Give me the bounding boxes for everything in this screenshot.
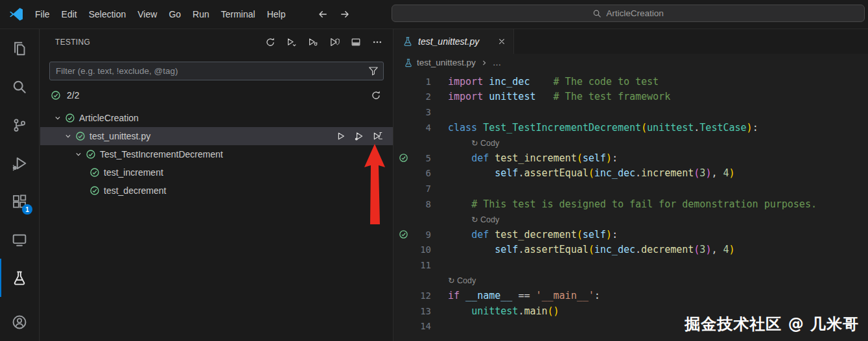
activity-account[interactable] — [0, 303, 39, 341]
test-status-pass — [89, 167, 100, 178]
tab-bar: test_unittest.py — [393, 29, 868, 54]
search-text: ArticleCreation — [606, 8, 664, 18]
activity-explorer[interactable] — [0, 29, 39, 67]
rerun-last-run-button[interactable] — [369, 89, 382, 102]
breadcrumb-separator-wrap — [480, 58, 489, 67]
tab-test-unittest[interactable]: test_unittest.py — [393, 29, 514, 54]
tree-expand-toggle[interactable] — [74, 149, 84, 159]
refresh-tests-button[interactable] — [264, 36, 277, 49]
test-tree-item[interactable]: ArticleCreation — [40, 109, 393, 127]
tab-close-button[interactable] — [495, 35, 508, 48]
code-line-text: import unittest # The test framework — [431, 91, 670, 102]
run-tests-with-coverage-button[interactable] — [328, 36, 341, 49]
menu-item-file[interactable]: File — [29, 6, 56, 23]
activity-testing[interactable] — [0, 259, 39, 297]
pass-icon — [89, 167, 100, 178]
line-number: 6 — [413, 168, 431, 178]
run-test-button[interactable] — [334, 130, 347, 143]
menu-item-terminal[interactable]: Terminal — [215, 6, 261, 23]
code-row[interactable]: 11 — [393, 257, 868, 273]
debug-alt-icon — [354, 131, 364, 141]
line-number: 2 — [413, 91, 431, 102]
command-center-search[interactable]: ArticleCreation — [392, 5, 865, 22]
menu-item-selection[interactable]: Selection — [83, 6, 132, 23]
activity-remote-explorer[interactable] — [0, 220, 39, 259]
code-row[interactable]: 9 def test_decrement(self): — [393, 227, 868, 242]
sidebar-title: TESTING — [55, 38, 264, 47]
menu-item-help[interactable]: Help — [261, 6, 292, 23]
menu-item-run[interactable]: Run — [187, 6, 215, 23]
menu-item-edit[interactable]: Edit — [56, 6, 83, 23]
activity-source-control[interactable] — [0, 106, 39, 144]
breadcrumb: test_unittest.py … — [393, 54, 868, 71]
show-output-button[interactable] — [349, 36, 362, 49]
codelens-row[interactable]: ↻ Cody — [393, 211, 868, 227]
rerun-icon — [371, 90, 381, 100]
run-with-coverage-button[interactable] — [371, 130, 384, 143]
extensions-badge: 1 — [22, 204, 32, 215]
annotation-arrow-icon — [360, 143, 389, 226]
filter-icon-button[interactable] — [368, 65, 379, 76]
sidebar-toolbar — [264, 36, 384, 49]
code-row[interactable]: 2import unittest # The test framework — [393, 89, 868, 105]
editor-area: test_unittest.py test_unittest.py … 1imp… — [393, 29, 868, 341]
chevron-right-icon — [480, 58, 489, 67]
code-row[interactable]: 1import inc_dec # The code to test — [393, 74, 868, 89]
code-line-text: # This test is designed to fail for demo… — [431, 198, 817, 210]
test-label: test_unittest.py — [89, 131, 150, 141]
gutter-glyph[interactable] — [393, 153, 413, 163]
code-line-text: import inc_dec # The code to test — [431, 76, 659, 88]
code-row[interactable]: 5 def test_increment(self): — [393, 150, 868, 166]
menu-bar: FileEditSelectionViewGoRunTerminalHelp — [29, 6, 291, 23]
codelens-row[interactable]: ↻ Cody — [393, 135, 868, 150]
line-number: 12 — [413, 290, 431, 301]
run-coverage-icon — [329, 37, 340, 47]
test-tree-item[interactable]: test_decrement — [40, 182, 393, 200]
breadcrumb-more[interactable]: … — [493, 58, 502, 67]
debug-all-icon — [308, 37, 318, 47]
line-number: 13 — [413, 306, 431, 316]
results-pass-icon-wrap — [51, 90, 61, 100]
go-forward-button[interactable] — [338, 7, 352, 21]
run-tests-button[interactable] — [285, 36, 298, 49]
pass-icon — [399, 153, 408, 163]
test-filter — [49, 62, 384, 80]
go-back-button[interactable] — [316, 7, 330, 21]
code-row[interactable]: 7 — [393, 181, 868, 196]
menu-item-go[interactable]: Go — [163, 6, 187, 23]
activity-search[interactable] — [0, 67, 39, 106]
beaker-icon — [404, 58, 413, 67]
tree-expand-toggle[interactable] — [53, 113, 64, 123]
test-tree-item[interactable]: Test_TestIncrementDecrement — [40, 145, 393, 163]
tree-expand-toggle[interactable] — [64, 131, 74, 141]
line-number: 9 — [413, 229, 431, 240]
code-row[interactable]: 6 self.assertEqual(inc_dec.increment(3),… — [393, 166, 868, 182]
debug-test-button[interactable] — [353, 130, 366, 143]
code-row[interactable]: 12if __name__ == '__main__': — [393, 288, 868, 303]
account-icon — [12, 314, 27, 330]
test-tree-item[interactable]: test_unittest.py — [40, 127, 393, 145]
run-all-icon — [287, 37, 297, 47]
refresh-icon — [265, 37, 276, 47]
breadcrumb-file[interactable]: test_unittest.py — [417, 58, 476, 67]
codelens-row[interactable]: ↻ Cody — [393, 273, 868, 288]
code-row[interactable]: 4class Test_TestIncrementDecrement(unitt… — [393, 120, 868, 135]
codelens-label[interactable]: ↻ Cody — [431, 215, 499, 224]
menu-item-view[interactable]: View — [132, 6, 163, 23]
more-actions-button[interactable] — [371, 36, 384, 49]
codelens-label[interactable]: ↻ Cody — [431, 138, 499, 148]
explorer-icon — [12, 41, 27, 56]
activity-extensions[interactable]: 1 — [0, 182, 39, 220]
pass-icon — [51, 90, 61, 100]
code-row[interactable]: 3 — [393, 104, 868, 120]
debug-tests-button[interactable] — [307, 36, 320, 49]
activity-run-and-debug[interactable] — [0, 144, 39, 182]
codelens-label[interactable]: ↻ Cody — [431, 276, 476, 285]
code-row[interactable]: 8 # This test is designed to fail for de… — [393, 196, 868, 212]
watermark-text: 掘金技术社区 @ 几米哥 — [685, 314, 859, 335]
gutter-glyph[interactable] — [393, 229, 413, 239]
code-row[interactable]: 10 self.assertEqual(inc_dec.decrement(3)… — [393, 242, 868, 258]
test-tree-item[interactable]: test_increment — [40, 163, 393, 182]
line-number: 7 — [413, 183, 431, 194]
test-filter-input[interactable] — [49, 62, 384, 80]
